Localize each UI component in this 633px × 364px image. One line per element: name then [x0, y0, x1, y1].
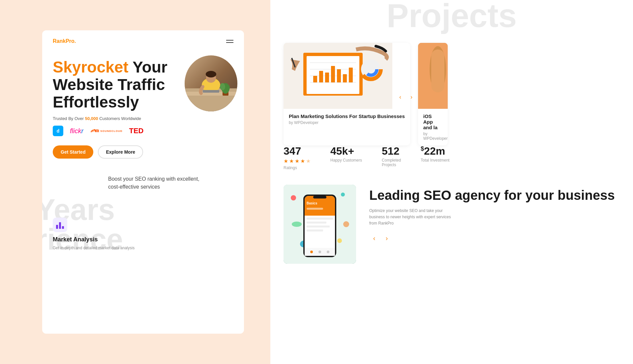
stat-investment-number: $22m	[421, 145, 449, 157]
brands-row: d flickr SOUNDCLOUD TED	[42, 126, 244, 136]
svg-point-41	[343, 221, 349, 227]
agency-nav-arrows: ‹ ›	[369, 233, 615, 243]
brand-soundcloud: SOUNDCLOUD	[90, 128, 122, 134]
trusted-count: 50,000	[85, 116, 98, 121]
trusted-prefix: Trusted By Over	[53, 116, 85, 121]
star-3: ★	[295, 158, 299, 164]
stat-projects-number: 512	[382, 145, 401, 157]
stat-projects-label: CompletedProjects	[382, 158, 401, 167]
svg-text:Basics: Basics	[307, 201, 317, 205]
star-1: ★	[284, 158, 288, 164]
svg-point-54	[318, 251, 321, 253]
agency-image: Basics	[284, 185, 356, 264]
svg-point-36	[341, 193, 345, 197]
svg-rect-25	[337, 69, 341, 82]
svg-rect-10	[95, 130, 96, 132]
stat-ratings-label: Ratings	[284, 166, 311, 170]
right-panel: Projects	[270, 0, 633, 364]
logo: RankPro.	[53, 38, 76, 44]
svg-rect-11	[96, 129, 97, 132]
project-nav-arrows: ‹ ›	[396, 92, 633, 102]
project-card-1-author: by WPDeveloper	[289, 120, 405, 125]
hero-section: Skyrocket Your Website Traffic Effortles…	[42, 52, 244, 111]
svg-rect-27	[349, 68, 353, 82]
star-2: ★	[289, 158, 294, 164]
stat-customers-label: Happy Customers	[330, 158, 362, 163]
svg-rect-47	[307, 208, 323, 210]
agency-desc: Optimize your website SEO and take your …	[369, 208, 452, 227]
projects-background-text: Projects	[387, 0, 517, 35]
hamburger-menu[interactable]	[226, 40, 233, 43]
seo-tagline: Boost your SEO ranking with excellent, c…	[108, 172, 207, 191]
bar-chart-icon	[56, 221, 64, 229]
headline-orange: Skyrocket	[53, 58, 128, 76]
brand-flickr: flickr	[70, 127, 83, 135]
agency-title: Leading SEO agency for your business	[369, 188, 615, 202]
brand-ted: TED	[129, 127, 143, 135]
trusted-suffix: Customers Worldwide	[98, 116, 141, 121]
get-started-button[interactable]: Get Started	[53, 145, 93, 159]
project-card-2-author: by WPDeveloper	[423, 132, 442, 141]
market-analysis-section: Market Analysis Get in-depth and detaile…	[53, 218, 135, 251]
svg-rect-51	[307, 229, 323, 231]
svg-rect-13	[98, 130, 99, 132]
star-5: ★	[306, 158, 311, 164]
svg-rect-45	[305, 209, 335, 216]
svg-rect-56	[313, 196, 326, 198]
svg-rect-49	[307, 222, 326, 224]
svg-point-9	[225, 84, 230, 91]
agency-next-arrow[interactable]: ›	[382, 233, 392, 243]
project-card-1: Plan Marketing Solutions For Startup Bus…	[284, 43, 410, 145]
svg-point-55	[327, 251, 329, 253]
svg-rect-21	[313, 76, 317, 82]
svg-rect-50	[307, 226, 330, 228]
star-4: ★	[300, 158, 305, 164]
svg-point-40	[292, 222, 302, 227]
svg-rect-23	[325, 73, 329, 82]
trusted-text: Trusted By Over 50,000 Customers Worldwi…	[42, 116, 244, 121]
project-card-1-info: Plan Marketing Solutions For Startup Bus…	[284, 109, 410, 130]
stat-customers-number: 45k+	[330, 145, 362, 157]
agency-section: Basics Leading SEO	[284, 185, 615, 264]
logo-text: RankPro.	[53, 38, 76, 44]
svg-rect-26	[343, 74, 347, 82]
project-card-1-title: Plan Marketing Solutions For Startup Bus…	[289, 113, 405, 119]
svg-rect-48	[307, 218, 333, 220]
svg-point-38	[337, 238, 342, 243]
stat-customers: 45k+ Happy Customers	[330, 145, 362, 170]
svg-rect-22	[319, 71, 323, 82]
prev-arrow-button[interactable]: ‹	[396, 92, 405, 102]
next-arrow-button[interactable]: ›	[407, 92, 416, 102]
left-panel: RankPro. Skyrocket Your Website Traffic …	[42, 30, 244, 334]
svg-rect-33	[431, 49, 444, 92]
agency-prev-arrow[interactable]: ‹	[369, 233, 379, 243]
stat-projects: 512 CompletedProjects	[382, 145, 401, 170]
svg-point-35	[291, 195, 296, 200]
svg-point-4	[206, 71, 216, 77]
market-desc: Get in-depth and detailed market data an…	[53, 245, 135, 251]
headline: Skyrocket Your Website Traffic Effortles…	[53, 59, 178, 111]
brand-dailymotion: d	[53, 126, 63, 136]
project-card-2-title: iOS App and la	[423, 113, 442, 130]
svg-rect-5	[203, 90, 219, 93]
svg-point-8	[220, 83, 225, 90]
cta-buttons: Get Started Explore More	[42, 145, 244, 159]
hero-image	[185, 55, 237, 111]
explore-more-button[interactable]: Explore More	[98, 145, 143, 159]
stat-ratings: 347 ★ ★ ★ ★ ★ Ratings	[284, 145, 311, 170]
svg-rect-24	[331, 66, 335, 82]
project-card-1-image	[284, 43, 392, 109]
market-icon	[53, 218, 67, 232]
stats-section: 347 ★ ★ ★ ★ ★ Ratings 45k+ Happy Custome…	[284, 145, 449, 170]
stat-ratings-number: 347	[284, 145, 311, 157]
stat-stars: ★ ★ ★ ★ ★	[284, 158, 311, 164]
project-card-2-info: iOS App and la by WPDeveloper	[418, 109, 448, 145]
header: RankPro.	[42, 30, 244, 52]
market-title: Market Analysis	[53, 236, 135, 243]
stat-investment-label: Total Investment	[421, 158, 449, 163]
svg-rect-12	[97, 129, 98, 132]
stat-investment: $22m Total Investment	[421, 145, 449, 170]
agency-content: Leading SEO agency for your business Opt…	[369, 185, 615, 243]
svg-point-53	[310, 251, 313, 253]
